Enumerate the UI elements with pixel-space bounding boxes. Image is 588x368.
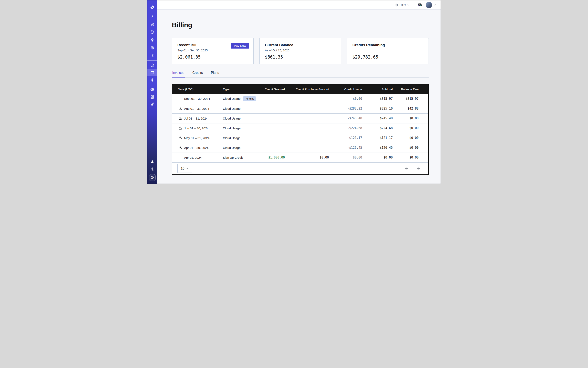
credit-granted-value (260, 143, 285, 153)
download-invoice-icon[interactable] (178, 146, 182, 149)
card-subtitle (353, 49, 423, 52)
credit-usage-value: $0.00 (329, 153, 362, 162)
credit-usage-value: -$121.17 (329, 133, 362, 143)
invoice-type: Cloud Usage (223, 117, 241, 120)
helm-icon[interactable] (147, 86, 157, 93)
dollar-badge-icon[interactable]: $ (149, 174, 155, 181)
previous-page-arrow-icon[interactable] (404, 166, 409, 171)
subtotal-value: $315.97 (362, 94, 393, 104)
sidebar: $ (147, 0, 157, 184)
invoice-type: Cloud Usage (223, 107, 241, 110)
credit-granted-value (260, 123, 285, 133)
invoice-type: Sign Up Credit (223, 156, 243, 159)
table-row: Apr 01, 2024Sign Up Credit$1,000.00$0.00… (172, 153, 428, 162)
main-column: UTC Billing Recent Bill Sep 01 – Sep 30,… (157, 0, 441, 184)
topbar: UTC (157, 0, 441, 9)
credit-purchase-amount-value (285, 123, 329, 133)
credit-usage-value: -$224.68 (329, 123, 362, 133)
table-header-row: Date (UTC) Type Credit Granted Credit Pu… (172, 84, 428, 94)
download-invoice-icon[interactable] (178, 126, 182, 130)
balance-due-value: $315.97 (393, 94, 428, 104)
subtotal-value: $121.17 (362, 133, 393, 143)
sidebar-divider (147, 85, 157, 85)
invoice-period: Jul 01 – 31, 2024 (184, 117, 208, 120)
credits-remaining-card: Credits Remaining $29,782.65 (347, 38, 429, 64)
invoice-type: Cloud Usage (223, 97, 241, 100)
credit-usage-value: $0.00 (329, 94, 362, 104)
asterisk-icon[interactable] (147, 52, 157, 59)
invoice-period: May 01 – 31, 2024 (184, 136, 209, 140)
balance-due-value: $0.00 (393, 123, 428, 133)
credit-purchase-amount-value (285, 104, 329, 113)
download-spacer (178, 156, 182, 159)
tab-invoices[interactable]: Invoices (172, 71, 185, 77)
credit-purchase-amount-value (285, 113, 329, 123)
credit-purchase-amount-value: $0.00 (285, 153, 329, 162)
gauge-icon[interactable] (147, 62, 157, 69)
summary-cards: Recent Bill Sep 01 – Sep 30, 2025 $2,061… (172, 38, 429, 64)
docs-book-icon[interactable] (147, 93, 157, 101)
expand-sidebar-icon[interactable] (147, 12, 157, 21)
table-footer: 10 (172, 163, 428, 175)
status-badge: Pending (243, 96, 256, 101)
next-page-arrow-icon[interactable] (416, 166, 421, 171)
credit-granted-value: $1,000.00 (260, 153, 285, 162)
glasses-icon[interactable] (417, 3, 422, 7)
table-row: Apr 01 – 30, 2024Cloud Usage-$126.45$126… (172, 143, 428, 153)
card-title: Current Balance (265, 43, 335, 47)
layers-icon[interactable] (147, 36, 157, 44)
column-header-credit-granted: Credit Granted (260, 84, 285, 94)
sun-icon[interactable] (147, 165, 157, 173)
current-balance-card: Current Balance As of Oct 15, 2025 $861.… (259, 38, 341, 64)
page-title: Billing (172, 21, 429, 29)
credit-granted-value (260, 133, 285, 143)
spiral-eye-icon[interactable] (147, 21, 157, 28)
subtotal-value: $325.10 (362, 104, 393, 113)
column-header-type: Type (223, 84, 260, 94)
account-chevron-down-icon[interactable] (434, 4, 436, 6)
credit-purchase-amount-value (285, 94, 329, 104)
recent-bill-card: Recent Bill Sep 01 – Sep 30, 2025 $2,061… (172, 38, 254, 64)
timer-icon[interactable] (147, 28, 157, 36)
rocket-icon[interactable] (147, 101, 157, 108)
settings-gear-icon[interactable] (147, 76, 157, 84)
app-window: $ UTC Billing Recent Bill Sep (147, 0, 441, 184)
column-header-subtotal: Subtotal (362, 84, 393, 94)
invoice-type: Cloud Usage (223, 127, 241, 130)
download-invoice-icon[interactable] (178, 136, 182, 140)
recent-bill-amount: $2,061.35 (177, 55, 248, 60)
table-row: Jun 01 – 30, 2024Cloud Usage-$224.68$224… (172, 123, 428, 133)
tab-credits[interactable]: Credits (192, 71, 203, 77)
table-row: Jul 01 – 31, 2024Cloud Usage-$245.48$245… (172, 113, 428, 123)
card-subtitle: As of Oct 15, 2025 (265, 49, 335, 52)
invoice-period: Apr 01, 2024 (184, 156, 202, 159)
billing-card-icon[interactable] (147, 69, 157, 76)
page-size-select[interactable]: 10 (177, 164, 192, 173)
card-title: Credits Remaining (353, 43, 423, 47)
card-subtitle: Sep 01 – Sep 30, 2025 (177, 49, 248, 52)
timezone-label: UTC (399, 3, 406, 7)
logo-orbit-icon[interactable] (147, 3, 157, 12)
chevron-down-icon (186, 167, 189, 170)
flask-icon[interactable] (147, 157, 157, 165)
credit-usage-value: -$126.45 (329, 143, 362, 153)
invoices-table-container: Date (UTC) Type Credit Granted Credit Pu… (172, 84, 429, 175)
table-row: May 01 – 31, 2024Cloud Usage-$121.17$121… (172, 133, 428, 143)
pay-now-button[interactable]: Pay Now (231, 43, 249, 48)
avatar[interactable] (426, 2, 432, 8)
sidebar-bottom-group: $ (147, 157, 157, 184)
invoice-period: Sept 01 – 30, 2024 (184, 97, 210, 100)
cube-icon[interactable] (147, 44, 157, 52)
chevron-down-icon (407, 4, 410, 6)
current-balance-amount: $861.35 (265, 55, 335, 60)
sidebar-divider (147, 60, 157, 61)
table-row: Sept 01 – 30, 2024Cloud UsagePending$0.0… (172, 94, 428, 104)
download-invoice-icon[interactable] (178, 107, 182, 110)
timezone-selector[interactable]: UTC (395, 3, 410, 7)
download-invoice-icon[interactable] (178, 117, 182, 120)
subtotal-value: $126.45 (362, 143, 393, 153)
tab-plans[interactable]: Plans (210, 71, 219, 77)
balance-due-value: $0.00 (393, 153, 428, 162)
credit-granted-value (260, 94, 285, 104)
billing-tabs: Invoices Credits Plans (172, 71, 429, 77)
